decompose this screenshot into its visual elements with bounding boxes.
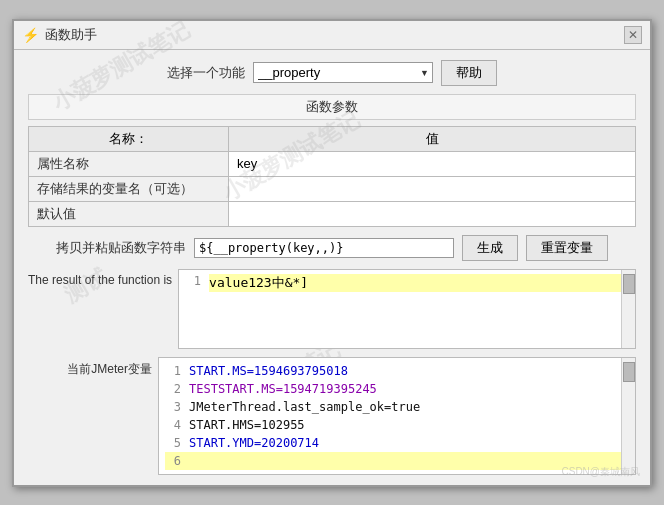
- jmeter-line-num-2: 2: [165, 380, 181, 398]
- jmeter-line-3: 3JMeterThread.last_sample_ok=true: [165, 398, 629, 416]
- params-label-0: 属性名称: [29, 151, 229, 176]
- function-select-wrapper[interactable]: __property: [253, 62, 433, 83]
- result-line-1: 1 value123中&*]: [185, 274, 629, 292]
- result-content: value123中&*]: [209, 274, 629, 292]
- params-label-2: 默认值: [29, 201, 229, 226]
- result-scrollbar-thumb[interactable]: [623, 274, 635, 294]
- jmeter-line-num-4: 4: [165, 416, 181, 434]
- window-icon: ⚡: [22, 27, 39, 43]
- function-select[interactable]: __property: [253, 62, 433, 83]
- select-row: 选择一个功能 __property 帮助: [28, 60, 636, 86]
- jmeter-box: 1START.MS=15946937950182TESTSTART.MS=159…: [158, 357, 636, 475]
- jmeter-label: 当前JMeter变量: [28, 357, 158, 378]
- jmeter-line-text-3: JMeterThread.last_sample_ok=true: [189, 398, 420, 416]
- result-scrollbar[interactable]: [621, 270, 635, 348]
- jmeter-line-text-5: START.YMD=20200714: [189, 434, 319, 452]
- generate-button[interactable]: 生成: [462, 235, 518, 261]
- result-box: 1 value123中&*]: [178, 269, 636, 349]
- jmeter-area: 当前JMeter变量 1START.MS=15946937950182TESTS…: [28, 357, 636, 475]
- params-row: 属性名称key: [29, 151, 636, 176]
- select-label: 选择一个功能: [167, 64, 245, 82]
- jmeter-line-5: 5START.YMD=20200714: [165, 434, 629, 452]
- jmeter-line-text-1: START.MS=1594693795018: [189, 362, 348, 380]
- main-window: 小菠萝测试笔记 小菠萝测试笔记 测试 小菠萝测试笔记 ⚡ 函数助手 ✕ 选择一个…: [12, 19, 652, 487]
- titlebar: ⚡ 函数助手 ✕: [14, 21, 650, 50]
- params-value-0[interactable]: key: [229, 151, 636, 176]
- params-table: 名称： 值 属性名称key存储结果的变量名（可选）默认值: [28, 126, 636, 227]
- reset-button[interactable]: 重置变量: [526, 235, 608, 261]
- close-button[interactable]: ✕: [624, 26, 642, 44]
- params-value-1[interactable]: [229, 176, 636, 201]
- result-area: The result of the function is 1 value123…: [28, 269, 636, 349]
- name-col-header: 名称：: [29, 126, 229, 151]
- copy-row: 拷贝并粘贴函数字符串 生成 重置变量: [28, 235, 636, 261]
- params-row: 默认值: [29, 201, 636, 226]
- jmeter-scrollbar-thumb[interactable]: [623, 362, 635, 382]
- result-label: The result of the function is: [28, 269, 178, 287]
- jmeter-line-num-6: 6: [165, 452, 181, 470]
- help-button[interactable]: 帮助: [441, 60, 497, 86]
- jmeter-line-1: 1START.MS=1594693795018: [165, 362, 629, 380]
- jmeter-line-2: 2TESTSTART.MS=1594719395245: [165, 380, 629, 398]
- jmeter-line-text-2: TESTSTART.MS=1594719395245: [189, 380, 377, 398]
- csdn-watermark: CSDN@秦城南风: [562, 465, 641, 479]
- jmeter-line-4: 4START.HMS=102955: [165, 416, 629, 434]
- jmeter-line-num-5: 5: [165, 434, 181, 452]
- params-section-title: 函数参数: [28, 94, 636, 120]
- copy-input[interactable]: [194, 238, 454, 258]
- params-label-1: 存储结果的变量名（可选）: [29, 176, 229, 201]
- copy-label: 拷贝并粘贴函数字符串: [56, 239, 186, 257]
- value-col-header: 值: [229, 126, 636, 151]
- params-value-2[interactable]: [229, 201, 636, 226]
- jmeter-scrollbar[interactable]: [621, 358, 635, 474]
- jmeter-line-text-4: START.HMS=102955: [189, 416, 305, 434]
- params-row: 存储结果的变量名（可选）: [29, 176, 636, 201]
- window-title: 函数助手: [45, 26, 97, 44]
- result-line-num: 1: [185, 274, 201, 288]
- jmeter-line-num-1: 1: [165, 362, 181, 380]
- jmeter-line-6: 6: [165, 452, 629, 470]
- jmeter-line-num-3: 3: [165, 398, 181, 416]
